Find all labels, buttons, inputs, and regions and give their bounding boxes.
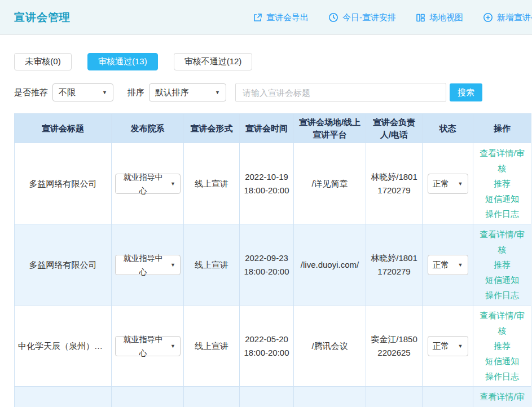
cell-actions: 查看详情/审核推荐短信通知操作日志 xyxy=(473,306,531,387)
operation-log-link[interactable]: 操作日志 xyxy=(477,287,527,303)
cell-venue: /live.duoyi.com/ xyxy=(294,224,366,306)
cell-department: 就业指导中心 ▼ xyxy=(112,143,184,224)
cell-title: 多益网络有限公司 xyxy=(15,143,112,224)
status-select[interactable]: 正常 ▼ xyxy=(428,255,468,275)
chevron-down-icon: ▼ xyxy=(215,90,220,95)
cell-format: 线上宣讲 xyxy=(184,306,240,387)
cell-status: 正常 ▼ xyxy=(423,143,473,224)
tab-rejected[interactable]: 审核不通过(12) xyxy=(174,53,253,70)
recommend-label: 是否推荐 xyxy=(14,87,48,98)
cell-actions: 查看详情/审核推荐短信通知操作日志 xyxy=(473,224,531,306)
export-icon xyxy=(253,13,262,23)
top-header-bar: 宣讲会管理 宣讲会导出 今日-宣讲安排 xyxy=(0,0,532,35)
review-tabs: 未审核(0) 审核通过(13) 审核不通过(12) xyxy=(14,53,532,70)
clock-icon xyxy=(328,12,338,23)
view-detail-review-link[interactable]: 查看详情/审核 xyxy=(477,308,527,338)
col-header-actions: 操作 xyxy=(473,114,531,143)
cell-contact: 窦金江/18502202625 xyxy=(366,306,423,387)
table-row: 多益网络有限公司 就业指导中心 ▼ 线上宣讲 2022-09-23 18:00-… xyxy=(15,224,531,306)
col-header-title: 宣讲会标题 xyxy=(15,114,112,143)
search-button[interactable]: 搜索 xyxy=(450,83,482,101)
cell-time: 2022-09-23 18:00-20:00 xyxy=(240,224,294,306)
view-detail-review-link[interactable]: 查看详情/审核 xyxy=(477,145,527,176)
col-header-venue: 宣讲会场地/线上宣讲平台 xyxy=(294,114,366,143)
cell-time: 2022-10-19 18:00-20:00 xyxy=(240,143,294,224)
cell-time: 2022-04-25 14:30-16:00 xyxy=(240,387,294,407)
today-schedule-link[interactable]: 今日-宣讲安排 xyxy=(328,12,396,23)
operation-log-link[interactable]: 操作日志 xyxy=(477,206,527,222)
add-presentation-link[interactable]: 新增宣讲会 xyxy=(483,12,532,23)
cell-status: 正常 ▼ xyxy=(423,306,473,387)
sort-label: 排序 xyxy=(127,87,144,98)
table-row: 泉州市影大体育发展有... 就业指导中心 ▼ 线上宣讲 2022-04-25 1… xyxy=(15,387,531,407)
status-select[interactable]: 正常 ▼ xyxy=(428,174,468,194)
export-link[interactable]: 宣讲会导出 xyxy=(253,12,309,23)
cell-venue: /腾讯会议 xyxy=(294,306,366,387)
cell-time: 2022-05-20 18:00-20:00 xyxy=(240,306,294,387)
cell-department: 就业指导中心 ▼ xyxy=(112,224,184,306)
chevron-down-icon: ▼ xyxy=(170,339,175,353)
col-header-contact: 宣讲会负责人/电话 xyxy=(366,114,423,143)
venue-view-link[interactable]: 场地视图 xyxy=(416,12,463,23)
search-input[interactable] xyxy=(235,83,446,102)
cell-format: 线上宣讲 xyxy=(184,224,240,306)
operation-log-link[interactable]: 操作日志 xyxy=(477,369,527,384)
chevron-down-icon: ▼ xyxy=(102,90,107,95)
cell-format: 线上宣讲 xyxy=(184,143,240,224)
department-select[interactable]: 就业指导中心 ▼ xyxy=(115,174,181,194)
venue-layout-icon xyxy=(416,13,425,23)
sms-notify-link[interactable]: 短信通知 xyxy=(477,353,527,369)
sort-select[interactable]: 默认排序 ▼ xyxy=(149,83,226,101)
cell-format: 线上宣讲 xyxy=(184,387,240,407)
cell-venue: / xyxy=(294,387,366,407)
cell-venue: /详见简章 xyxy=(294,143,366,224)
col-header-time: 宣讲会时间 xyxy=(240,114,294,143)
cell-status: 正常 ▼ xyxy=(423,224,473,306)
table-row: 中化学天辰（泉州）新... 就业指导中心 ▼ 线上宣讲 2022-05-20 1… xyxy=(15,306,531,387)
department-select[interactable]: 就业指导中心 ▼ xyxy=(115,255,181,275)
status-select[interactable]: 正常 ▼ xyxy=(428,336,468,356)
tab-approved[interactable]: 审核通过(13) xyxy=(87,53,158,70)
recommend-link[interactable]: 推荐 xyxy=(477,176,527,191)
cell-department: 就业指导中心 ▼ xyxy=(112,306,184,387)
chevron-down-icon: ▼ xyxy=(458,177,463,191)
top-nav: 宣讲会导出 今日-宣讲安排 场地视图 xyxy=(253,0,532,35)
table-row: 多益网络有限公司 就业指导中心 ▼ 线上宣讲 2022-10-19 18:00-… xyxy=(15,143,531,224)
tab-unreviewed[interactable]: 未审核(0) xyxy=(14,53,72,70)
chevron-down-icon: ▼ xyxy=(170,177,175,191)
plus-circle-icon xyxy=(483,12,493,23)
chevron-down-icon: ▼ xyxy=(170,258,175,272)
cell-actions: 查看详情/审核推荐短信通知操作日志 xyxy=(473,143,531,224)
cell-department: 就业指导中心 ▼ xyxy=(112,387,184,407)
cell-title: 多益网络有限公司 xyxy=(15,224,112,306)
chevron-down-icon: ▼ xyxy=(458,258,463,272)
cell-title: 中化学天辰（泉州）新... xyxy=(15,306,112,387)
cell-status: 正常 ▼ xyxy=(423,387,473,407)
page-title: 宣讲会管理 xyxy=(14,10,71,25)
view-detail-review-link[interactable]: 查看详情/审核 xyxy=(477,227,527,257)
sms-notify-link[interactable]: 短信通知 xyxy=(477,272,527,287)
col-header-department: 发布院系 xyxy=(112,114,184,143)
cell-contact: 施纯林/13405910926 xyxy=(366,387,423,407)
col-header-format: 宣讲会形式 xyxy=(184,114,240,143)
presentation-table: 宣讲会标题 发布院系 宣讲会形式 宣讲会时间 宣讲会场地/线上宣讲平台 宣讲会负… xyxy=(14,113,531,407)
cell-contact: 林晓婷/18011720279 xyxy=(366,224,423,306)
recommend-link[interactable]: 推荐 xyxy=(477,338,527,353)
cell-title: 泉州市影大体育发展有... xyxy=(15,387,112,407)
cell-actions: 查看详情/审核推荐短信通知操作日志 xyxy=(473,387,531,407)
col-header-status: 状态 xyxy=(423,114,473,143)
recommend-link[interactable]: 推荐 xyxy=(477,257,527,272)
chevron-down-icon: ▼ xyxy=(458,339,463,353)
recommend-select[interactable]: 不限 ▼ xyxy=(52,83,113,101)
cell-contact: 林晓婷/18011720279 xyxy=(366,143,423,224)
filter-bar: 是否推荐 不限 ▼ 排序 默认排序 ▼ 搜索 xyxy=(14,83,532,102)
sms-notify-link[interactable]: 短信通知 xyxy=(477,191,527,206)
department-select[interactable]: 就业指导中心 ▼ xyxy=(115,336,181,356)
view-detail-review-link[interactable]: 查看详情/审核 xyxy=(477,389,527,407)
table-header-row: 宣讲会标题 发布院系 宣讲会形式 宣讲会时间 宣讲会场地/线上宣讲平台 宣讲会负… xyxy=(15,114,531,143)
